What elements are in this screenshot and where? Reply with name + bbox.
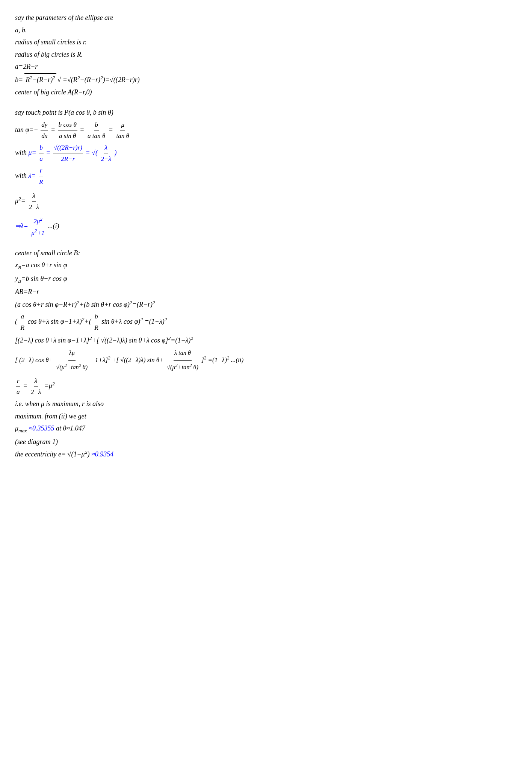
frac-bcos: b cos θ a sin θ (58, 119, 77, 141)
text: cos θ+λ sin φ−1+λ)2+( (27, 318, 91, 325)
text: = (80, 126, 84, 133)
frac-lambda-2: λ 2−λ (30, 375, 42, 397)
text: μmax (15, 424, 27, 432)
frac-sqrt: √((2R−r)r) 2R−r (53, 142, 83, 164)
line-22: r a = λ 2−λ =μ2 (15, 375, 517, 397)
line-27: the eccentricity e= √(1−μ2) ≈0.9354 (15, 448, 517, 460)
text: i.e. when μ is maximum, r is also (15, 400, 104, 408)
text: say the parameters of the ellipse are (15, 14, 113, 21)
line-12: μ2= λ 2−λ (15, 190, 517, 212)
sqrt-expr: R2−(R−r)2 √ (23, 73, 61, 86)
line-13: ⇒λ= 2μ2 μ2+1 ...(i) (15, 215, 517, 238)
text: sin θ+λ cos φ]2=(1−λ)2 (129, 336, 193, 344)
text: with (15, 172, 29, 179)
text: (see diagram 1) (15, 438, 58, 446)
line-7: center of big circle A(R−r,0) (15, 86, 517, 98)
frac-mu-b-a: b a (39, 142, 44, 164)
text: AB=R−r (15, 288, 39, 296)
text: (a cos θ+r sin φ−R+r)2+(b sin θ+r cos φ)… (15, 301, 155, 308)
frac-r-R: r R (38, 165, 44, 187)
frac-b-R: b R (94, 311, 99, 333)
line-18: (a cos θ+r sin φ−R+r)2+(b sin θ+r cos φ)… (15, 299, 517, 311)
text: sin θ+λ cos φ)2 =(1−λ)2 (101, 318, 167, 325)
line-8: say touch point is P(a cos θ, b sin θ) (15, 107, 517, 118)
text: a=2R−r (15, 63, 38, 70)
line-4: radius of big circles is R. (15, 49, 517, 61)
text: −1+λ]2 +[ (91, 356, 119, 364)
ecc-val: ≈0.9354 (91, 450, 113, 458)
frac-lambda-tan: λ tan θ √(μ2+tan2 θ) (166, 347, 199, 374)
text: (2−λ) cos θ+ (19, 356, 53, 364)
frac-dy-dx: dy dx (41, 119, 48, 141)
text: with (15, 149, 29, 156)
text: at θ≈1.047 (56, 424, 85, 432)
line-3: radius of small circles is r. (15, 36, 517, 48)
line-5: a=2R−r (15, 61, 517, 73)
line-1: say the parameters of the ellipse are (15, 12, 517, 24)
text: = (46, 149, 50, 156)
text: radius of big circles is R. (15, 51, 83, 58)
line-17: AB=R−r (15, 286, 517, 298)
frac-lambda-mu: λμ √(μ2+tan2 θ) (55, 347, 88, 374)
line-20: [(2−λ) cos θ+λ sin φ−1+λ]2+[ √((2−λ)λ) s… (15, 334, 517, 346)
text: maximum. from (ii) we get (15, 412, 86, 420)
paren1: ( (15, 318, 17, 325)
frac-r-a: r a (16, 375, 21, 397)
text: center of big circle A(R−r,0) (15, 88, 92, 96)
text: xB=a cos θ+r sin φ (15, 261, 67, 269)
mu-def: μ= (29, 149, 36, 156)
frac-b: b a tan θ (87, 119, 106, 141)
line-16: yB=b sin θ+r cos φ (15, 273, 517, 286)
lambda-def: λ= (29, 172, 36, 179)
line-11: with λ= r R (15, 165, 517, 187)
line-6: b= R2−(R−r)2 √ =√(R2−(R−r)2)=√((2R−r)r) (15, 73, 517, 86)
sqrt-2lambda2: √((2−λ)λ) (120, 356, 145, 364)
mu-max-val: ≈0.35355 (29, 424, 54, 432)
text: tan φ=− (15, 126, 38, 133)
text: yB=b sin θ+r cos φ (15, 275, 67, 282)
bracket1: [ (15, 356, 18, 364)
frac-2mu2: 2μ2 μ2+1 (30, 215, 45, 238)
line-2: a, b. (15, 24, 517, 36)
text: = (23, 382, 27, 389)
line-26: (see diagram 1) (15, 436, 517, 448)
line-21: [ (2−λ) cos θ+ λμ √(μ2+tan2 θ) −1+λ]2 +[… (15, 347, 517, 374)
sqrt-ecc: √(1−μ2) (68, 450, 90, 458)
text: = (109, 126, 113, 133)
frac-a-R: a R (20, 311, 25, 333)
text: radius of small circles is r. (15, 38, 86, 46)
lambda-result: ⇒λ= (15, 222, 28, 230)
text: ]2 =(1−λ)2 ...(ii) (201, 356, 243, 364)
line-15: xB=a cos θ+r sin φ (15, 259, 517, 272)
line-24: maximum. from (ii) we get (15, 411, 517, 422)
text: ...(i) (48, 222, 59, 230)
text: = (85, 149, 90, 156)
line-23: i.e. when μ is maximum, r is also (15, 398, 517, 410)
frac-mu: μ tan θ (116, 119, 130, 141)
text: b= (15, 76, 23, 83)
sqrt-b: =√(R2−(R−r)2)=√((2R−r)r) (63, 76, 140, 83)
text: [(2−λ) cos θ+λ sin φ−1+λ]2+[ (15, 336, 99, 344)
text: sin θ+ (147, 356, 164, 364)
frac-lambda: λ 2−λ (100, 142, 112, 164)
line-14: center of small circle B: (15, 247, 517, 259)
line-19: ( a R cos θ+λ sin φ−1+λ)2+( b R sin θ+λ … (15, 311, 517, 333)
text: a, b. (15, 26, 27, 34)
sqrt-2lambda: √((2−λ)λ) (101, 336, 127, 344)
text: μ2= (15, 197, 26, 205)
line-10: with μ= b a = √((2R−r)r) 2R−r = √( λ 2−λ… (15, 142, 517, 164)
text: = (51, 126, 55, 133)
line-9: tan φ=− dy dx = b cos θ a sin θ = b a ta… (15, 119, 517, 141)
text: the eccentricity e= (15, 450, 66, 458)
line-25: μmax ≈0.35355 at θ≈1.047 (15, 423, 517, 435)
frac-mu2: λ 2−λ (28, 190, 40, 212)
text: ) (114, 149, 116, 156)
text: =μ2 (44, 382, 55, 389)
sqrt-lambda: √( (92, 149, 98, 156)
page-content: say the parameters of the ellipse are a,… (15, 12, 517, 460)
text: center of small circle B: (15, 249, 80, 257)
text: say touch point is P(a cos θ, b sin θ) (15, 109, 113, 116)
